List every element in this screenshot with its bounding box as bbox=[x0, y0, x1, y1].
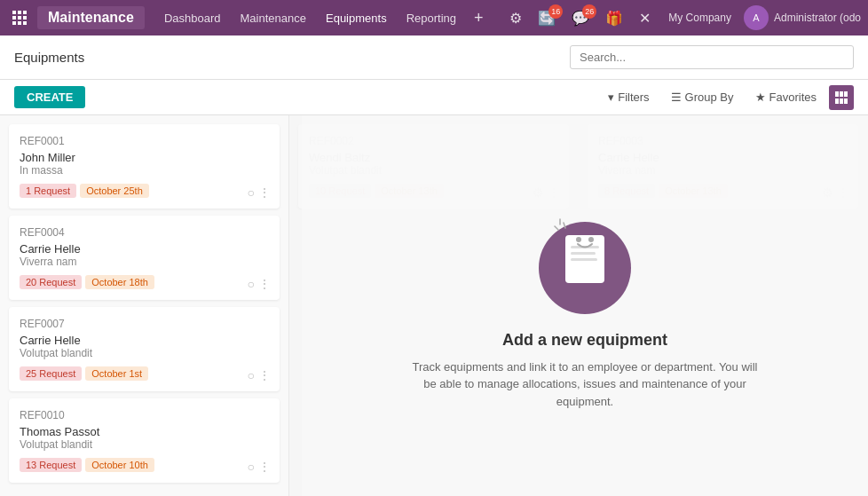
create-button[interactable]: CREATE bbox=[14, 86, 85, 108]
card-ref-label: REF0001 bbox=[20, 135, 269, 147]
subheader: Equipments bbox=[0, 35, 868, 80]
request-tag: 1 Request bbox=[20, 184, 76, 198]
settings-icon[interactable]: ⚙ bbox=[504, 6, 527, 30]
circle-icon[interactable]: ○ bbox=[248, 460, 255, 474]
toolbar: CREATE ▾ Filters ☰ Group By ★ Favorites bbox=[0, 80, 868, 115]
empty-state-overlay: Add a new equipment Track equipments and… bbox=[302, 115, 868, 496]
svg-point-20 bbox=[576, 237, 581, 242]
card-tags: 13 Request October 10th bbox=[20, 458, 269, 472]
card-name: Carrie Helle bbox=[20, 242, 269, 256]
svg-line-22 bbox=[555, 226, 558, 230]
groupby-button[interactable]: ☰ Group By bbox=[662, 87, 743, 107]
card-ref0004[interactable]: REF0004 Carrie Helle Viverra nam 20 Requ… bbox=[9, 216, 280, 300]
nav-links: Dashboard Maintenance Equipments Reporti… bbox=[155, 7, 491, 29]
toolbar-right: ▾ Filters ☰ Group By ★ Favorites bbox=[599, 85, 854, 110]
svg-rect-7 bbox=[18, 21, 21, 25]
card-ref0007[interactable]: REF0007 Carrie Helle Volutpat blandit 25… bbox=[9, 307, 280, 391]
star-icon: ★ bbox=[755, 91, 766, 104]
card-name: Thomas Passot bbox=[20, 425, 269, 438]
groupby-label: Group By bbox=[685, 91, 734, 104]
nav-maintenance[interactable]: Maintenance bbox=[232, 8, 315, 28]
card-tags: 25 Request October 1st bbox=[20, 366, 269, 381]
request-tag: 20 Request bbox=[20, 275, 82, 289]
page-title: Equipments bbox=[14, 50, 84, 65]
topnav: Maintenance Dashboard Maintenance Equipm… bbox=[0, 0, 868, 35]
nav-equipments[interactable]: Equipments bbox=[317, 8, 396, 28]
card-name: Carrie Helle bbox=[20, 334, 269, 347]
more-icon[interactable]: ⋮ bbox=[258, 460, 271, 474]
topnav-right: ⚙ 🔄 16 💬 26 🎁 ✕ My Company A Administrat… bbox=[504, 5, 861, 30]
empty-title: Add a new equipment bbox=[502, 331, 667, 350]
card-sub: Volutpat blandit bbox=[20, 347, 269, 359]
card-ref-label: REF0010 bbox=[20, 409, 269, 421]
filters-button[interactable]: ▾ Filters bbox=[599, 87, 658, 107]
more-icon[interactable]: ⋮ bbox=[258, 185, 271, 200]
svg-rect-0 bbox=[12, 11, 16, 14]
search-bar bbox=[570, 45, 854, 69]
request-tag: 13 Request bbox=[20, 458, 82, 472]
grid-menu-icon[interactable] bbox=[7, 5, 32, 30]
svg-rect-2 bbox=[23, 11, 27, 14]
chat-badge: 26 bbox=[582, 4, 596, 19]
kanban-view-toggle[interactable] bbox=[829, 85, 854, 110]
close-icon[interactable]: ✕ bbox=[634, 6, 656, 30]
svg-rect-10 bbox=[840, 91, 843, 97]
card-actions: ○ ⋮ bbox=[248, 185, 271, 200]
card-ref0001[interactable]: REF0001 John Miller In massa 1 Request O… bbox=[9, 124, 280, 209]
card-sub: In massa bbox=[20, 164, 269, 177]
kanban-board: REF0001 John Miller In massa 1 Request O… bbox=[0, 115, 868, 496]
date-tag: October 25th bbox=[80, 184, 149, 198]
app-title[interactable]: Maintenance bbox=[37, 6, 145, 29]
svg-rect-4 bbox=[18, 16, 21, 20]
groupby-icon: ☰ bbox=[671, 91, 682, 104]
svg-point-21 bbox=[588, 237, 594, 242]
card-ref0010[interactable]: REF0010 Thomas Passot Volutpat blandit 1… bbox=[9, 398, 280, 483]
card-ref-label: REF0004 bbox=[20, 226, 269, 239]
svg-rect-9 bbox=[835, 91, 839, 97]
card-actions: ○ ⋮ bbox=[248, 368, 271, 382]
svg-rect-5 bbox=[23, 16, 27, 20]
request-tag: 25 Request bbox=[20, 366, 82, 381]
activity-icon[interactable]: 🔄 16 bbox=[533, 6, 561, 30]
gift-icon[interactable]: 🎁 bbox=[600, 6, 628, 30]
svg-rect-6 bbox=[12, 21, 16, 25]
svg-rect-11 bbox=[844, 91, 848, 97]
card-name: John Miller bbox=[20, 151, 269, 164]
svg-rect-1 bbox=[18, 11, 21, 14]
filters-label: Filters bbox=[618, 91, 649, 104]
card-tags: 20 Request October 18th bbox=[20, 275, 269, 289]
card-ref-label: REF0007 bbox=[20, 318, 269, 330]
date-tag: October 10th bbox=[85, 458, 154, 472]
circle-icon[interactable]: ○ bbox=[248, 368, 255, 382]
nav-dashboard[interactable]: Dashboard bbox=[155, 8, 230, 28]
card-sub: Volutpat blandit bbox=[20, 438, 269, 451]
favorites-button[interactable]: ★ Favorites bbox=[746, 87, 825, 107]
svg-rect-8 bbox=[23, 21, 27, 25]
svg-rect-13 bbox=[840, 98, 843, 104]
more-icon[interactable]: ⋮ bbox=[258, 277, 271, 291]
circle-icon[interactable]: ○ bbox=[248, 185, 255, 200]
card-tags: 1 Request October 25th bbox=[20, 184, 269, 198]
empty-description: Track equipments and link it to an emplo… bbox=[407, 358, 762, 411]
filter-icon: ▾ bbox=[608, 91, 614, 104]
more-icon[interactable]: ⋮ bbox=[258, 368, 271, 382]
kanban-col-1: REF0001 John Miller In massa 1 Request O… bbox=[0, 115, 289, 496]
avatar[interactable]: A bbox=[744, 5, 769, 30]
circle-icon[interactable]: ○ bbox=[248, 277, 255, 291]
favorites-label: Favorites bbox=[769, 91, 817, 104]
search-input[interactable] bbox=[570, 45, 854, 69]
svg-rect-18 bbox=[571, 252, 596, 255]
date-tag: October 18th bbox=[85, 275, 154, 289]
svg-rect-3 bbox=[12, 16, 16, 20]
card-actions: ○ ⋮ bbox=[248, 460, 271, 474]
company-selector[interactable]: My Company bbox=[661, 8, 738, 28]
empty-illustration bbox=[532, 201, 638, 317]
card-sub: Viverra nam bbox=[20, 256, 269, 268]
svg-rect-19 bbox=[571, 258, 597, 261]
chat-icon[interactable]: 💬 26 bbox=[566, 6, 595, 30]
card-actions: ○ ⋮ bbox=[248, 277, 271, 291]
user-label[interactable]: Administrator (odo bbox=[774, 12, 861, 24]
nav-reporting[interactable]: Reporting bbox=[398, 8, 465, 28]
nav-add-icon[interactable]: + bbox=[467, 7, 491, 29]
svg-rect-12 bbox=[835, 98, 839, 104]
